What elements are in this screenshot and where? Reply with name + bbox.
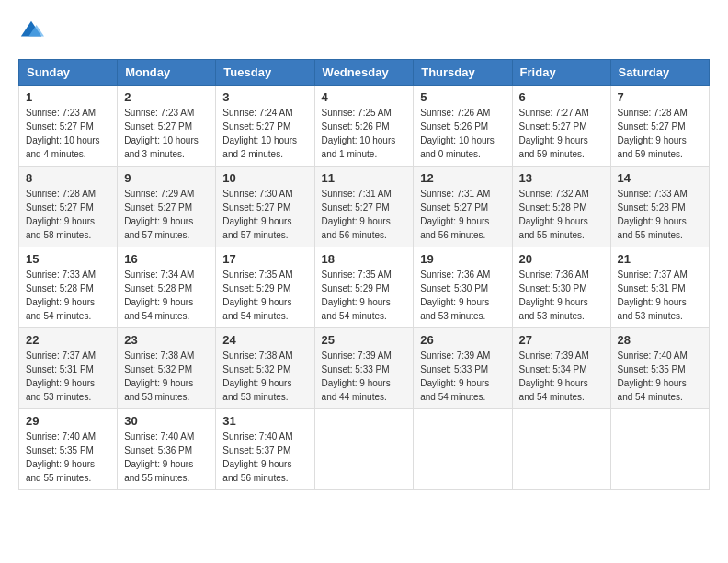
calendar-cell: 27 Sunrise: 7:39 AMSunset: 5:34 PMDaylig… — [512, 328, 610, 409]
calendar-cell: 19 Sunrise: 7:36 AMSunset: 5:30 PMDaylig… — [414, 247, 512, 328]
day-number: 6 — [519, 90, 604, 104]
calendar-cell: 11 Sunrise: 7:31 AMSunset: 5:27 PMDaylig… — [314, 167, 414, 247]
day-info: Sunrise: 7:40 AMSunset: 5:36 PMDaylight:… — [124, 431, 194, 483]
calendar-week-row: 1 Sunrise: 7:23 AMSunset: 5:27 PMDayligh… — [19, 86, 710, 167]
day-info: Sunrise: 7:33 AMSunset: 5:28 PMDaylight:… — [618, 189, 688, 240]
day-info: Sunrise: 7:40 AMSunset: 5:35 PMDaylight:… — [26, 431, 96, 483]
calendar-cell: 5 Sunrise: 7:26 AMSunset: 5:26 PMDayligh… — [414, 86, 512, 167]
column-header-monday: Monday — [118, 60, 216, 86]
day-number: 25 — [322, 333, 407, 347]
day-number: 17 — [222, 252, 307, 266]
calendar-cell: 4 Sunrise: 7:25 AMSunset: 5:26 PMDayligh… — [314, 86, 414, 167]
calendar-cell: 14 Sunrise: 7:33 AMSunset: 5:28 PMDaylig… — [610, 167, 709, 247]
calendar-cell: 28 Sunrise: 7:40 AMSunset: 5:35 PMDaylig… — [610, 328, 709, 409]
day-info: Sunrise: 7:24 AMSunset: 5:27 PMDaylight:… — [222, 108, 297, 159]
calendar-cell — [314, 409, 414, 490]
calendar-cell: 12 Sunrise: 7:31 AMSunset: 5:27 PMDaylig… — [414, 167, 512, 247]
day-info: Sunrise: 7:37 AMSunset: 5:31 PMDaylight:… — [26, 350, 96, 402]
day-number: 7 — [618, 90, 702, 104]
calendar-cell: 24 Sunrise: 7:38 AMSunset: 5:32 PMDaylig… — [216, 328, 314, 409]
calendar-week-row: 29 Sunrise: 7:40 AMSunset: 5:35 PMDaylig… — [19, 409, 710, 490]
calendar-cell: 22 Sunrise: 7:37 AMSunset: 5:31 PMDaylig… — [19, 328, 118, 409]
day-number: 12 — [420, 171, 505, 185]
calendar-cell: 8 Sunrise: 7:28 AMSunset: 5:27 PMDayligh… — [19, 167, 118, 247]
calendar-cell: 2 Sunrise: 7:23 AMSunset: 5:27 PMDayligh… — [118, 86, 216, 167]
column-header-friday: Friday — [512, 60, 610, 86]
day-number: 18 — [322, 252, 407, 266]
day-number: 20 — [519, 252, 604, 266]
calendar-cell: 7 Sunrise: 7:28 AMSunset: 5:27 PMDayligh… — [610, 86, 709, 167]
calendar-cell: 18 Sunrise: 7:35 AMSunset: 5:29 PMDaylig… — [314, 247, 414, 328]
column-header-thursday: Thursday — [414, 60, 512, 86]
day-info: Sunrise: 7:36 AMSunset: 5:30 PMDaylight:… — [519, 270, 589, 321]
calendar-cell: 6 Sunrise: 7:27 AMSunset: 5:27 PMDayligh… — [512, 86, 610, 167]
day-number: 15 — [26, 252, 110, 266]
calendar-cell: 20 Sunrise: 7:36 AMSunset: 5:30 PMDaylig… — [512, 247, 610, 328]
calendar-cell: 1 Sunrise: 7:23 AMSunset: 5:27 PMDayligh… — [19, 86, 118, 167]
day-number: 24 — [222, 333, 307, 347]
day-info: Sunrise: 7:28 AMSunset: 5:27 PMDaylight:… — [26, 189, 96, 240]
calendar-week-row: 22 Sunrise: 7:37 AMSunset: 5:31 PMDaylig… — [19, 328, 710, 409]
day-number: 8 — [26, 171, 110, 185]
day-number: 1 — [26, 90, 110, 104]
calendar-cell: 17 Sunrise: 7:35 AMSunset: 5:29 PMDaylig… — [216, 247, 314, 328]
day-number: 27 — [519, 333, 604, 347]
page-header — [18, 18, 710, 44]
day-info: Sunrise: 7:31 AMSunset: 5:27 PMDaylight:… — [322, 189, 392, 240]
calendar-cell: 25 Sunrise: 7:39 AMSunset: 5:33 PMDaylig… — [314, 328, 414, 409]
calendar-cell: 26 Sunrise: 7:39 AMSunset: 5:33 PMDaylig… — [414, 328, 512, 409]
calendar-cell — [414, 409, 512, 490]
day-info: Sunrise: 7:27 AMSunset: 5:27 PMDaylight:… — [519, 108, 589, 159]
day-number: 31 — [222, 414, 307, 428]
calendar-cell: 16 Sunrise: 7:34 AMSunset: 5:28 PMDaylig… — [118, 247, 216, 328]
day-number: 5 — [420, 90, 505, 104]
day-info: Sunrise: 7:23 AMSunset: 5:27 PMDaylight:… — [26, 108, 100, 159]
day-number: 30 — [124, 414, 209, 428]
column-header-wednesday: Wednesday — [314, 60, 414, 86]
calendar-cell: 30 Sunrise: 7:40 AMSunset: 5:36 PMDaylig… — [118, 409, 216, 490]
day-number: 2 — [124, 90, 209, 104]
day-number: 19 — [420, 252, 505, 266]
day-info: Sunrise: 7:37 AMSunset: 5:31 PMDaylight:… — [618, 270, 688, 321]
day-number: 11 — [322, 171, 407, 185]
day-info: Sunrise: 7:38 AMSunset: 5:32 PMDaylight:… — [124, 350, 194, 402]
day-info: Sunrise: 7:29 AMSunset: 5:27 PMDaylight:… — [124, 189, 194, 240]
day-info: Sunrise: 7:28 AMSunset: 5:27 PMDaylight:… — [618, 108, 688, 159]
day-number: 21 — [618, 252, 702, 266]
column-header-sunday: Sunday — [19, 60, 118, 86]
day-number: 3 — [222, 90, 307, 104]
day-number: 28 — [618, 333, 702, 347]
calendar-cell — [610, 409, 709, 490]
day-number: 29 — [26, 414, 110, 428]
day-number: 26 — [420, 333, 505, 347]
day-info: Sunrise: 7:32 AMSunset: 5:28 PMDaylight:… — [519, 189, 589, 240]
calendar-cell: 29 Sunrise: 7:40 AMSunset: 5:35 PMDaylig… — [19, 409, 118, 490]
day-info: Sunrise: 7:39 AMSunset: 5:33 PMDaylight:… — [420, 350, 490, 402]
day-info: Sunrise: 7:30 AMSunset: 5:27 PMDaylight:… — [222, 189, 292, 240]
day-info: Sunrise: 7:38 AMSunset: 5:32 PMDaylight:… — [222, 350, 292, 402]
calendar-cell: 15 Sunrise: 7:33 AMSunset: 5:28 PMDaylig… — [19, 247, 118, 328]
calendar-cell — [512, 409, 610, 490]
day-number: 9 — [124, 171, 209, 185]
calendar-header-row: SundayMondayTuesdayWednesdayThursdayFrid… — [19, 60, 710, 86]
day-info: Sunrise: 7:39 AMSunset: 5:34 PMDaylight:… — [519, 350, 589, 402]
logo — [18, 18, 48, 44]
day-number: 10 — [222, 171, 307, 185]
day-info: Sunrise: 7:35 AMSunset: 5:29 PMDaylight:… — [322, 270, 392, 321]
calendar-week-row: 15 Sunrise: 7:33 AMSunset: 5:28 PMDaylig… — [19, 247, 710, 328]
day-info: Sunrise: 7:35 AMSunset: 5:29 PMDaylight:… — [222, 270, 292, 321]
day-info: Sunrise: 7:34 AMSunset: 5:28 PMDaylight:… — [124, 270, 194, 321]
calendar-cell: 9 Sunrise: 7:29 AMSunset: 5:27 PMDayligh… — [118, 167, 216, 247]
day-info: Sunrise: 7:40 AMSunset: 5:37 PMDaylight:… — [222, 431, 292, 483]
day-info: Sunrise: 7:25 AMSunset: 5:26 PMDaylight:… — [322, 108, 396, 159]
calendar-cell: 13 Sunrise: 7:32 AMSunset: 5:28 PMDaylig… — [512, 167, 610, 247]
column-header-saturday: Saturday — [610, 60, 709, 86]
day-number: 16 — [124, 252, 209, 266]
day-info: Sunrise: 7:36 AMSunset: 5:30 PMDaylight:… — [420, 270, 490, 321]
day-info: Sunrise: 7:26 AMSunset: 5:26 PMDaylight:… — [420, 108, 495, 159]
calendar-week-row: 8 Sunrise: 7:28 AMSunset: 5:27 PMDayligh… — [19, 167, 710, 247]
day-info: Sunrise: 7:40 AMSunset: 5:35 PMDaylight:… — [618, 350, 688, 402]
day-number: 13 — [519, 171, 604, 185]
calendar-table: SundayMondayTuesdayWednesdayThursdayFrid… — [18, 59, 710, 490]
day-number: 23 — [124, 333, 209, 347]
